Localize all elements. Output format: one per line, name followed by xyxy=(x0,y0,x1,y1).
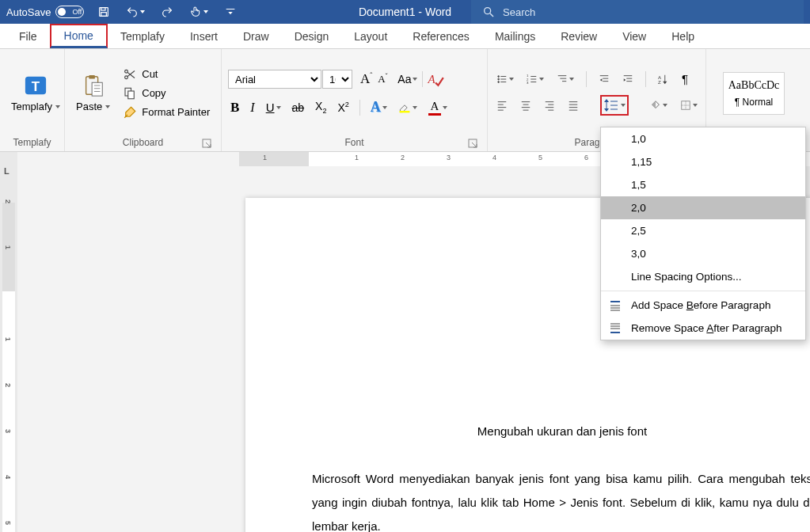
strikethrough-button[interactable]: ab xyxy=(290,100,307,116)
qat-customize-icon[interactable] xyxy=(222,4,239,20)
line-spacing-button[interactable] xyxy=(600,95,629,116)
svg-rect-3 xyxy=(226,9,235,10)
change-case-icon[interactable]: Aa xyxy=(395,71,420,87)
justify-icon[interactable] xyxy=(565,98,581,112)
show-marks-icon[interactable]: ¶ xyxy=(679,70,690,87)
svg-marker-43 xyxy=(600,78,603,82)
spacing-1-5[interactable]: 1,5 xyxy=(601,173,805,196)
tab-insert[interactable]: Insert xyxy=(177,24,230,48)
tab-references[interactable]: References xyxy=(400,24,482,48)
svg-point-25 xyxy=(498,75,500,77)
font-name-select[interactable]: Arial xyxy=(228,70,321,89)
decrease-font-icon[interactable]: Aˇ xyxy=(375,71,390,87)
svg-marker-4 xyxy=(229,12,233,14)
svg-marker-70 xyxy=(604,108,609,112)
subscript-button[interactable]: X2 xyxy=(313,98,329,116)
paintbrush-icon xyxy=(123,105,137,120)
quick-access-toolbar xyxy=(95,4,239,20)
svg-rect-1 xyxy=(101,8,105,10)
font-size-select[interactable]: 10 xyxy=(322,70,352,89)
document-heading: Mengubah ukuran dan jenis font xyxy=(312,420,810,443)
font-color-icon[interactable]: A xyxy=(426,98,450,117)
line-spacing-options[interactable]: Line Spacing Options... xyxy=(601,265,805,288)
tab-file[interactable]: File xyxy=(6,24,50,48)
undo-icon[interactable] xyxy=(124,4,147,20)
ribbon-tabs: File Home Templafy Insert Draw Design La… xyxy=(0,24,810,49)
tab-design[interactable]: Design xyxy=(282,24,342,48)
svg-rect-23 xyxy=(399,111,409,112)
increase-indent-icon[interactable] xyxy=(620,72,636,86)
document-paragraph: Microsoft Word menyediakan banyak jenis … xyxy=(312,467,810,532)
borders-icon[interactable] xyxy=(678,98,700,112)
svg-text:Z: Z xyxy=(658,79,661,85)
clear-formatting-icon[interactable]: A xyxy=(425,69,447,89)
italic-button[interactable]: I xyxy=(248,99,257,116)
svg-point-15 xyxy=(125,70,128,73)
vertical-ruler: L 21123456 xyxy=(0,152,17,532)
group-label-font: Font xyxy=(228,134,481,151)
tab-home[interactable]: Home xyxy=(50,24,108,48)
group-label-clipboard: Clipboard xyxy=(71,134,215,151)
svg-point-5 xyxy=(485,8,491,14)
svg-point-29 xyxy=(498,81,500,82)
cut-button[interactable]: Cut xyxy=(123,67,210,82)
tab-mailings[interactable]: Mailings xyxy=(482,24,548,48)
paste-button[interactable]: Paste xyxy=(71,70,115,116)
format-painter-button[interactable]: Format Painter xyxy=(123,105,210,120)
svg-text:T: T xyxy=(32,79,40,94)
search-input[interactable] xyxy=(503,6,793,18)
numbering-icon[interactable]: 123 xyxy=(524,72,546,86)
clipboard-launcher-icon[interactable] xyxy=(202,139,213,150)
touch-mode-icon[interactable] xyxy=(187,4,211,20)
tab-view[interactable]: View xyxy=(610,24,659,48)
spacing-2-5[interactable]: 2,5 xyxy=(601,219,805,242)
templafy-button[interactable]: T Templafy xyxy=(6,70,65,116)
svg-marker-51 xyxy=(663,81,667,84)
save-icon[interactable] xyxy=(95,4,112,20)
superscript-button[interactable]: X2 xyxy=(335,99,351,116)
tab-review[interactable]: Review xyxy=(548,24,610,48)
line-spacing-dropdown: 1,0 1,15 1,5 2,0 2,5 3,0 Line Spacing Op… xyxy=(600,127,806,340)
align-left-icon[interactable] xyxy=(494,98,510,112)
line-spacing-icon xyxy=(603,98,619,112)
font-launcher-icon[interactable] xyxy=(468,139,479,150)
remove-space-after-icon xyxy=(609,322,622,335)
tab-templafy[interactable]: Templafy xyxy=(108,24,177,48)
svg-rect-10 xyxy=(89,75,95,79)
document-title: Document1 - Word xyxy=(359,6,451,18)
svg-rect-11 xyxy=(92,82,102,96)
shading-icon[interactable] xyxy=(648,98,670,112)
add-space-before[interactable]: Add Space Before Paragraph xyxy=(601,294,805,317)
copy-button[interactable]: Copy xyxy=(123,86,210,101)
bold-button[interactable]: B xyxy=(228,98,241,117)
svg-rect-20 xyxy=(128,91,135,99)
svg-text:3: 3 xyxy=(527,81,529,85)
autosave-toggle[interactable]: AutoSave Off xyxy=(6,6,84,18)
spacing-1-0[interactable]: 1,0 xyxy=(601,127,805,150)
text-effects-icon[interactable]: A xyxy=(368,97,390,117)
bullets-icon[interactable] xyxy=(494,72,516,86)
svg-point-27 xyxy=(498,78,500,80)
scissors-icon xyxy=(123,67,137,82)
svg-marker-47 xyxy=(624,78,626,82)
search-box[interactable] xyxy=(471,0,804,24)
spacing-1-15[interactable]: 1,15 xyxy=(601,150,805,173)
align-right-icon[interactable] xyxy=(542,98,557,112)
tab-draw[interactable]: Draw xyxy=(230,24,282,48)
spacing-2-0[interactable]: 2,0 xyxy=(601,196,805,219)
tab-layout[interactable]: Layout xyxy=(341,24,400,48)
highlight-icon[interactable] xyxy=(396,100,420,116)
underline-button[interactable]: U xyxy=(264,99,283,116)
multilevel-list-icon[interactable] xyxy=(554,72,576,86)
tab-help[interactable]: Help xyxy=(659,24,707,48)
spacing-3-0[interactable]: 3,0 xyxy=(601,242,805,265)
increase-font-icon[interactable]: Aˆ xyxy=(358,70,375,89)
group-font: Arial 10 Aˆ Aˇ Aa A B I U ab X2 X2 A xyxy=(222,49,488,151)
remove-space-after[interactable]: Remove Space After Paragraph xyxy=(601,317,805,340)
align-center-icon[interactable] xyxy=(518,98,534,112)
search-icon xyxy=(482,6,495,18)
sort-icon[interactable]: AZ xyxy=(656,72,671,86)
style-normal[interactable]: AaBbCcDc ¶ Normal xyxy=(723,72,785,115)
decrease-indent-icon[interactable] xyxy=(596,72,612,86)
redo-icon[interactable] xyxy=(158,4,176,20)
